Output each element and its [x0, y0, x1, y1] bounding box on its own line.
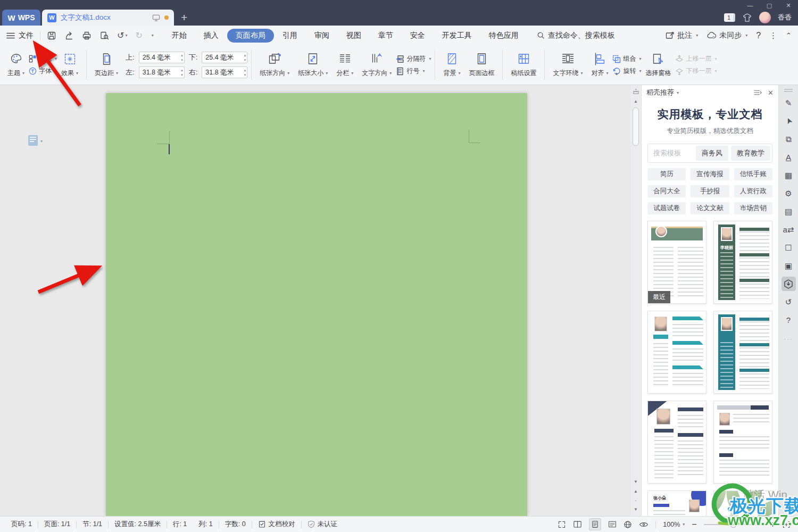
menu-tab-10[interactable]: 特色应用	[480, 29, 527, 43]
menu-tab-4[interactable]: 引用	[274, 29, 306, 43]
paste-options-chip[interactable]	[28, 135, 38, 146]
template-search-box[interactable]: 搜索模板 商务风教育教学	[647, 144, 772, 163]
image-extract-icon[interactable]: ▤	[782, 204, 796, 219]
zoom-in-button[interactable]: +	[770, 520, 775, 529]
margins-button[interactable]: 页边距▾	[90, 51, 122, 79]
align-button[interactable]: 对齐▾	[587, 51, 612, 79]
margin-right-input[interactable]: 31.8 毫米▴▾	[202, 66, 247, 78]
history-icon[interactable]: ↺	[782, 295, 796, 309]
pen-icon[interactable]: ✎	[782, 96, 796, 110]
document-scrollbar[interactable]: ▲ ▼ ▲ ▫ ▼	[630, 85, 641, 516]
margin-left-input[interactable]: 31.8 毫米▴▾	[139, 66, 185, 78]
next-page-button[interactable]: ▼	[634, 507, 638, 512]
read-layout-icon[interactable]	[573, 520, 582, 528]
send-backward-button[interactable]: 下移一层▾	[675, 66, 717, 76]
category-button-3[interactable]: 信纸手账	[734, 168, 772, 180]
menu-tab-8[interactable]: 安全	[402, 29, 434, 43]
wps-home-tab[interactable]: W WPS	[2, 10, 40, 26]
fullscreen-view-icon[interactable]	[558, 520, 566, 529]
category-button-8[interactable]: 论文文献	[691, 202, 729, 214]
theme-button[interactable]: 主题▾	[3, 51, 29, 79]
status-item-3[interactable]: 节: 1/1	[77, 520, 108, 529]
status-item-4[interactable]: 设置值: 2.5厘米	[109, 520, 167, 529]
zoom-out-button[interactable]: −	[692, 520, 696, 529]
zoom-slider[interactable]	[704, 524, 763, 525]
category-button-2[interactable]: 宣传海报	[691, 168, 729, 180]
wordart-icon[interactable]: A	[782, 150, 796, 164]
template-thumbnail-6[interactable]	[713, 401, 772, 484]
status-item-5[interactable]: 行: 1	[167, 520, 193, 529]
panel-list-icon[interactable]	[754, 89, 762, 96]
theme-colors-button[interactable]: 颜色▾	[29, 54, 57, 63]
certification-button[interactable]: 未认证	[302, 520, 344, 529]
category-button-7[interactable]: 试题试卷	[647, 202, 686, 214]
status-item-6[interactable]: 列: 1	[193, 520, 218, 529]
breaks-button[interactable]: 分隔符▾	[396, 54, 431, 63]
previous-page-button[interactable]: ▲	[634, 489, 638, 494]
line-numbers-button[interactable]: 行号▾	[396, 66, 431, 76]
template-thumbnail-7[interactable]: 张小朵	[647, 491, 706, 516]
category-button-4[interactable]: 合同大全	[647, 185, 686, 197]
text-wrap-button[interactable]: 文字环绕▾	[548, 51, 587, 79]
spinner[interactable]: ▴▾	[181, 53, 183, 62]
menu-tab-9[interactable]: 开发工具	[434, 29, 480, 43]
panel-title[interactable]: 稻壳推荐	[646, 88, 674, 97]
window-count-badge[interactable]: 1	[724, 13, 735, 22]
document-canvas[interactable]: ▾	[0, 85, 630, 516]
web-layout-icon[interactable]	[624, 520, 632, 529]
save-button[interactable]	[47, 31, 56, 40]
redo-button[interactable]: ↻	[135, 31, 142, 40]
menu-tab-6[interactable]: 视图	[338, 29, 370, 43]
panel-close-icon[interactable]: ✕	[768, 89, 774, 97]
document-tab[interactable]: W 文字文稿1.docx	[42, 10, 174, 26]
picture-icon[interactable]: ▣	[782, 259, 796, 273]
template-thumbnail-1[interactable]: 最近	[647, 221, 706, 304]
print-preview-button[interactable]	[99, 31, 109, 40]
proofread-button[interactable]: 文档校对	[252, 520, 301, 529]
menu-tab-1[interactable]: 开始	[163, 29, 195, 43]
spinner[interactable]: ▴▾	[181, 68, 183, 77]
rotate-button[interactable]: 旋转▾	[612, 66, 641, 76]
fit-page-icon[interactable]	[782, 520, 791, 529]
shapes-icon[interactable]: ⧉	[782, 132, 796, 146]
group-button[interactable]: 组合▾	[612, 54, 641, 63]
page-view-icon[interactable]	[589, 518, 601, 530]
menu-tab-5[interactable]: 审阅	[306, 29, 338, 43]
scroll-thumb[interactable]	[633, 107, 639, 146]
search-tab-1[interactable]: 商务风	[696, 146, 728, 161]
scroll-down-button[interactable]: ▼	[634, 479, 638, 484]
adjust-sliders-icon[interactable]: ⚙	[782, 186, 796, 201]
ruler-toggle-icon[interactable]	[633, 88, 639, 95]
paper-orientation-button[interactable]: 纸张方向▾	[255, 51, 294, 79]
sync-status-button[interactable]: 未同步▾	[706, 31, 747, 40]
template-thumbnail-4[interactable]	[713, 311, 772, 394]
more-menu-button[interactable]: ⋮	[769, 31, 777, 40]
username[interactable]: 香香	[778, 13, 792, 22]
paste-options-caret[interactable]: ▾	[40, 139, 43, 144]
category-button-1[interactable]: 简历	[647, 168, 686, 180]
print-button[interactable]	[82, 31, 92, 40]
paper-setup-button[interactable]: 稿纸设置	[506, 51, 541, 79]
eye-protection-icon[interactable]	[639, 521, 649, 528]
margin-bottom-input[interactable]: 25.4 毫米▴▾	[202, 52, 247, 63]
zoom-level[interactable]: 100%▾	[663, 521, 685, 528]
template-thumbnail-3[interactable]	[647, 311, 706, 394]
theme-fonts-button[interactable]: 字体▾	[29, 66, 57, 76]
collapse-ribbon-button[interactable]: ⌃	[786, 31, 792, 39]
status-item-7[interactable]: 字数: 0	[219, 520, 252, 529]
browse-object-button[interactable]: ▫	[635, 498, 636, 502]
customize-toolbar-button[interactable]: ▾	[151, 33, 154, 38]
spinner[interactable]: ▴▾	[244, 68, 246, 77]
menu-tab-2[interactable]: 插入	[195, 29, 227, 43]
paper-size-button[interactable]: 纸张大小▾	[294, 51, 332, 79]
columns-button[interactable]: 分栏▾	[332, 51, 358, 79]
command-search[interactable]: 查找命令、搜索模板	[537, 31, 615, 40]
share-screen-icon[interactable]	[152, 14, 160, 21]
template-thumbnail-5[interactable]	[647, 401, 706, 484]
page-border-button[interactable]: 页面边框	[464, 51, 498, 79]
outline-view-icon[interactable]	[608, 520, 617, 528]
drag-handle[interactable]	[784, 89, 793, 92]
scroll-up-button[interactable]: ▲	[634, 99, 638, 104]
effects-button[interactable]: 效果▾	[57, 51, 82, 79]
file-menu-button[interactable]: 文件	[6, 31, 34, 40]
